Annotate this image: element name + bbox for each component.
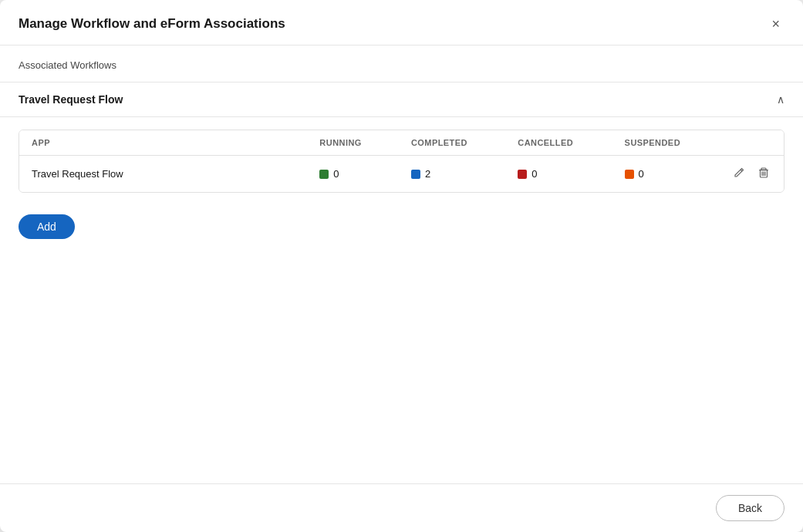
col-header-suspended: SUSPENDED bbox=[612, 130, 719, 156]
cell-row-actions bbox=[719, 156, 784, 193]
add-section: Add bbox=[0, 205, 803, 239]
completed-status-dot bbox=[411, 170, 420, 179]
running-status-dot bbox=[319, 170, 329, 179]
cell-app-name: Travel Request Flow bbox=[19, 156, 307, 193]
edit-row-button[interactable] bbox=[731, 165, 747, 183]
table-row: Travel Request Flow 0 2 bbox=[19, 156, 784, 193]
add-button[interactable]: Add bbox=[19, 214, 75, 239]
table-header-row: APP RUNNING COMPLETED CANCELLED SUSPENDE… bbox=[19, 130, 784, 156]
workflow-section: Travel Request Flow ∧ APP RUNNING COMPLE… bbox=[0, 82, 803, 205]
suspended-status-dot bbox=[625, 170, 634, 179]
edit-icon bbox=[733, 167, 745, 179]
workflow-table-container: APP RUNNING COMPLETED CANCELLED SUSPENDE… bbox=[19, 130, 784, 193]
workflow-table: APP RUNNING COMPLETED CANCELLED SUSPENDE… bbox=[19, 130, 784, 192]
close-button[interactable]: × bbox=[767, 15, 784, 32]
cancelled-status-dot bbox=[518, 170, 527, 179]
col-header-cancelled: CANCELLED bbox=[505, 130, 612, 156]
dialog-header: Manage Workflow and eForm Associations × bbox=[0, 0, 803, 45]
running-count-value: 0 bbox=[333, 168, 339, 180]
cell-cancelled-count: 0 bbox=[505, 156, 612, 193]
dialog-title: Manage Workflow and eForm Associations bbox=[19, 16, 285, 32]
associated-workflows-label: Associated Workflows bbox=[0, 45, 803, 82]
col-header-completed: COMPLETED bbox=[399, 130, 505, 156]
workflow-section-header[interactable]: Travel Request Flow ∧ bbox=[0, 82, 803, 117]
col-header-actions bbox=[719, 130, 784, 156]
cell-running-count: 0 bbox=[307, 156, 399, 193]
dialog-body: Associated Workflows Travel Request Flow… bbox=[0, 45, 803, 483]
manage-workflow-dialog: Manage Workflow and eForm Associations ×… bbox=[0, 0, 803, 532]
cell-suspended-count: 0 bbox=[612, 156, 719, 193]
back-button[interactable]: Back bbox=[716, 495, 784, 521]
collapse-chevron-icon: ∧ bbox=[777, 93, 784, 106]
workflow-section-title: Travel Request Flow bbox=[19, 93, 123, 106]
dialog-footer: Back bbox=[0, 483, 803, 532]
completed-count-value: 2 bbox=[425, 168, 430, 180]
cancelled-count-value: 0 bbox=[531, 168, 537, 180]
cell-completed-count: 2 bbox=[399, 156, 505, 193]
delete-row-button[interactable] bbox=[756, 165, 771, 183]
col-header-app: APP bbox=[19, 130, 307, 156]
delete-icon bbox=[757, 167, 770, 179]
col-header-running: RUNNING bbox=[307, 130, 399, 156]
suspended-count-value: 0 bbox=[639, 168, 644, 180]
